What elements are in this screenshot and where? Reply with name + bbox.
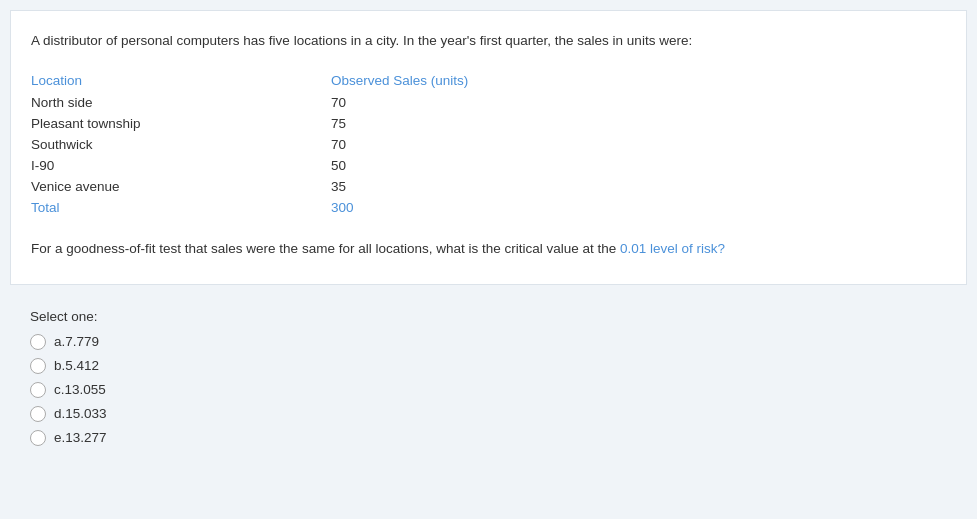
radio-option-e[interactable]: e.13.277	[30, 430, 947, 446]
table-row: I-9050	[31, 155, 468, 176]
radio-option-c[interactable]: c.13.055	[30, 382, 947, 398]
col-header-location: Location	[31, 69, 211, 92]
table-row: Pleasant township75	[31, 113, 468, 134]
radio-circle-e	[30, 430, 46, 446]
radio-option-d[interactable]: d.15.033	[30, 406, 947, 422]
radio-label-c: c.13.055	[54, 382, 106, 397]
sub-question: For a goodness-of-fit test that sales we…	[31, 238, 946, 260]
options-container: a.7.779b.5.412c.13.055d.15.033e.13.277	[30, 334, 947, 446]
table-cell-location: Venice avenue	[31, 176, 211, 197]
table-cell-sales: 70	[211, 92, 468, 113]
question-card: A distributor of personal computers has …	[10, 10, 967, 285]
table-cell-location: I-90	[31, 155, 211, 176]
radio-label-a: a.7.779	[54, 334, 99, 349]
main-container: A distributor of personal computers has …	[0, 0, 977, 480]
question-intro: A distributor of personal computers has …	[31, 31, 946, 51]
col-header-sales: Observed Sales (units)	[211, 69, 468, 92]
radio-label-e: e.13.277	[54, 430, 107, 445]
sub-question-prefix: For a goodness-of-fit test that sales we…	[31, 241, 620, 256]
table-cell-sales: 75	[211, 113, 468, 134]
radio-option-b[interactable]: b.5.412	[30, 358, 947, 374]
radio-circle-a	[30, 334, 46, 350]
radio-circle-d	[30, 406, 46, 422]
radio-circle-b	[30, 358, 46, 374]
table-cell-location: North side	[31, 92, 211, 113]
radio-circle-c	[30, 382, 46, 398]
table-row: Venice avenue35	[31, 176, 468, 197]
radio-label-d: d.15.033	[54, 406, 107, 421]
data-table: Location Observed Sales (units) North si…	[31, 69, 468, 218]
table-row: North side70	[31, 92, 468, 113]
table-cell-location: Southwick	[31, 134, 211, 155]
table-cell-sales: 70	[211, 134, 468, 155]
table-cell-sales: 35	[211, 176, 468, 197]
table-row: Total300	[31, 197, 468, 218]
table-row: Southwick70	[31, 134, 468, 155]
select-one-label: Select one:	[30, 309, 947, 324]
radio-option-a[interactable]: a.7.779	[30, 334, 947, 350]
table-cell-sales: 50	[211, 155, 468, 176]
table-cell-location: Total	[31, 197, 211, 218]
radio-label-b: b.5.412	[54, 358, 99, 373]
table-cell-location: Pleasant township	[31, 113, 211, 134]
sub-question-highlight: 0.01 level of risk?	[620, 241, 725, 256]
table-cell-sales: 300	[211, 197, 468, 218]
answer-section: Select one: a.7.779b.5.412c.13.055d.15.0…	[10, 295, 967, 470]
